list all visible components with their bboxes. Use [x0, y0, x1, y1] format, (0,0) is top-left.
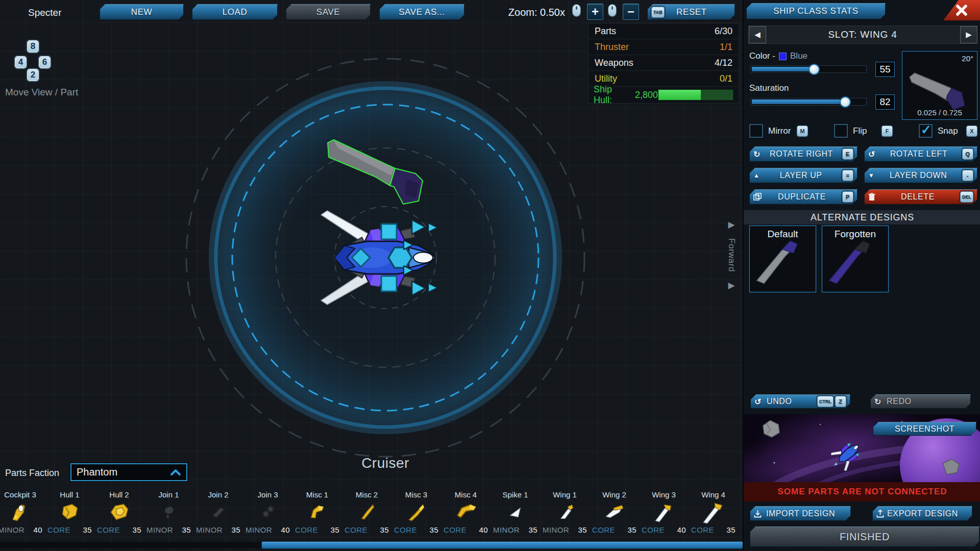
- parts-scrollbar-track[interactable]: [0, 542, 743, 548]
- undo-icon: ↺: [754, 397, 762, 407]
- part-item[interactable]: Join 3 MINOR 40: [243, 487, 292, 534]
- selected-part-wing4[interactable]: [325, 139, 427, 206]
- part-cost: 40: [479, 525, 488, 534]
- trash-icon: [868, 193, 875, 201]
- part-icon: [306, 500, 329, 524]
- parts-faction-label: Parts Faction: [5, 468, 59, 479]
- checkbox[interactable]: [834, 124, 848, 138]
- hull-value: 2,800: [635, 90, 658, 101]
- slider-knob[interactable]: [840, 96, 851, 108]
- prev-slot-button[interactable]: ◀: [749, 26, 766, 43]
- part-type: CORE: [47, 525, 70, 534]
- ship-class-stats-button[interactable]: SHIP CLASS STATS: [746, 3, 886, 19]
- move-up-keycap: 8: [27, 40, 39, 53]
- connection-warning: SOME PARTS ARE NOT CONNECTED: [744, 482, 980, 502]
- part-item[interactable]: Spike 1 MINOR 35: [491, 487, 540, 534]
- part-cost: 35: [182, 525, 191, 534]
- next-slot-button[interactable]: ▶: [960, 26, 977, 43]
- stat-value: 1/1: [720, 42, 732, 53]
- part-item[interactable]: Join 2 MINOR 35: [193, 487, 243, 534]
- parts-scrollbar-thumb[interactable]: [262, 542, 743, 548]
- alternate-design-item[interactable]: Forgotten: [822, 226, 889, 292]
- part-item[interactable]: Cockpit 3 MINOR 40: [0, 487, 45, 534]
- export-design-button[interactable]: EXPORT DESIGN: [872, 506, 972, 521]
- color-slider[interactable]: [750, 65, 867, 73]
- zoom-out-button[interactable]: −: [623, 4, 639, 20]
- checkbox[interactable]: [919, 124, 933, 138]
- part-cost: 35: [232, 525, 241, 534]
- part-item[interactable]: Wing 1 MINOR 35: [540, 487, 590, 534]
- new-button[interactable]: NEW: [100, 4, 184, 20]
- part-name: Wing 2: [602, 490, 626, 499]
- rotate-right-keycap: E: [842, 148, 853, 160]
- part-icon: [652, 500, 676, 524]
- rotate-left-button[interactable]: ↺ ROTATE LEFT Q: [864, 146, 977, 162]
- toggle: Mirror M: [749, 124, 808, 138]
- layer-down-button[interactable]: ▼ LAYER DOWN -: [864, 168, 977, 183]
- part-item[interactable]: Misc 4 CORE 40: [441, 487, 491, 534]
- save-button[interactable]: SAVE: [286, 4, 371, 20]
- duplicate-button[interactable]: DUPLICATE P: [749, 189, 857, 205]
- slider-knob[interactable]: [808, 64, 820, 75]
- part-name: Wing 1: [553, 490, 577, 499]
- export-icon: [876, 510, 884, 518]
- ship-design[interactable]: [316, 204, 454, 311]
- save-as-button[interactable]: SAVE AS...: [379, 4, 464, 20]
- part-item[interactable]: Hull 1 CORE 35: [45, 487, 94, 534]
- import-design-button[interactable]: IMPORT DESIGN: [750, 506, 851, 521]
- part-meta: MINOR 35: [540, 525, 590, 534]
- rotate-counterclockwise-icon: ↺: [868, 149, 875, 159]
- zoom-level-label: Zoom: 0.50x: [508, 7, 565, 18]
- saturation-slider[interactable]: [750, 98, 867, 106]
- color-field-label: Color - Blue: [749, 51, 807, 61]
- delete-button[interactable]: DELETE DEL: [864, 189, 977, 205]
- stats-rows: Parts 6/30 Thruster 1/1 Weapons 4/12 Uti…: [589, 23, 739, 87]
- saturation-value-box[interactable]: 82: [875, 94, 895, 110]
- tab-keycap: TAB: [651, 7, 665, 18]
- part-meta: MINOR 40: [243, 525, 292, 534]
- part-cost: 35: [628, 525, 637, 534]
- screenshot-button[interactable]: SCREENSHOT: [873, 422, 976, 436]
- part-meta: MINOR 35: [193, 525, 243, 534]
- part-item[interactable]: Wing 2 CORE 35: [590, 487, 639, 534]
- triangle-down-icon: ▼: [868, 172, 874, 179]
- rotate-right-button[interactable]: ↻ ROTATE RIGHT E: [749, 146, 857, 162]
- reset-view-button[interactable]: TAB RESET: [647, 4, 735, 20]
- load-button[interactable]: LOAD: [192, 4, 278, 20]
- part-item[interactable]: Misc 2 CORE 35: [342, 487, 391, 534]
- slot-title: SLOT: WING 4: [828, 29, 897, 40]
- undo-button[interactable]: ↺ UNDO CTRL Z: [750, 394, 850, 409]
- triangle-up-icon: ▲: [753, 172, 760, 179]
- part-meta: CORE 35: [94, 525, 144, 534]
- toggle-label: Snap: [938, 126, 961, 136]
- stat-row: Thruster 1/1: [589, 39, 739, 55]
- alternate-design-item[interactable]: Default: [749, 226, 816, 292]
- duplicate-icon: [753, 193, 762, 201]
- finished-button[interactable]: FINISHED: [750, 527, 979, 547]
- part-item[interactable]: Hull 2 CORE 35: [94, 487, 144, 534]
- part-item[interactable]: Join 1 MINOR 35: [144, 487, 193, 534]
- part-cost: 35: [133, 525, 142, 534]
- checkbox[interactable]: [749, 124, 763, 138]
- part-meta: CORE 35: [590, 525, 639, 534]
- zoom-in-button[interactable]: +: [587, 4, 603, 20]
- ctrl-keycap: CTRL: [817, 396, 834, 407]
- part-type: CORE: [295, 525, 318, 534]
- part-cost: 35: [430, 525, 439, 534]
- redo-button[interactable]: ↻ REDO: [870, 394, 971, 409]
- part-icon: [108, 500, 131, 524]
- part-item[interactable]: Wing 3 CORE 40: [639, 487, 689, 534]
- hull-row: Ship Hull: 2,800: [589, 87, 739, 103]
- part-meta: MINOR 40: [0, 525, 45, 534]
- layer-up-button[interactable]: ▲ LAYER UP =: [749, 168, 857, 183]
- part-meta: CORE 35: [391, 525, 441, 534]
- part-name: Wing 4: [701, 490, 725, 499]
- part-cost: 40: [677, 525, 687, 534]
- part-item[interactable]: Misc 3 CORE 35: [391, 487, 441, 534]
- color-value-box[interactable]: 55: [875, 62, 895, 77]
- part-item[interactable]: Wing 4 CORE 35: [689, 487, 738, 534]
- part-item[interactable]: Misc 1 CORE 35: [292, 487, 342, 534]
- design-name-label: Specter: [28, 7, 61, 18]
- parts-faction-select[interactable]: Phantom: [70, 463, 187, 481]
- part-preview-box: 20° 0.025 / 0.725: [902, 51, 977, 120]
